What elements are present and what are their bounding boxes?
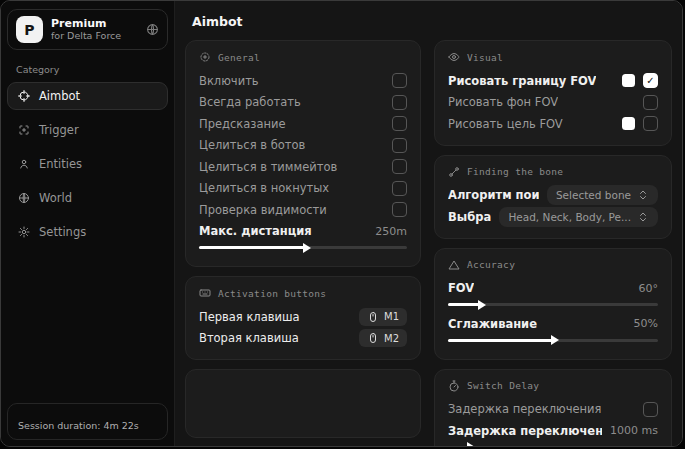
triangle-icon [448, 259, 460, 271]
switch-delay-slider[interactable] [448, 446, 658, 448]
activation-card-title: Activation buttons [218, 288, 326, 299]
slider-fill [448, 303, 480, 306]
visual-controls [622, 116, 658, 131]
setting-row: Задержка переключения [448, 399, 658, 421]
bone-card: Finding the bone Алгоритм поиска кости S… [434, 155, 672, 239]
sidebar-item-label: World [39, 191, 72, 205]
visual-label: Рисовать цель FOV [448, 117, 563, 131]
slider-row: FOV 60° [448, 278, 658, 300]
left-column: General Включить Всегда работать Предска… [185, 40, 421, 438]
setting-row: Включить [199, 70, 407, 92]
slider-fill [448, 339, 553, 342]
keybind-value: M1 [384, 311, 399, 322]
fov-border-color-swatch[interactable] [622, 74, 635, 87]
globe-icon [18, 192, 30, 204]
setting-label: Целиться в нокнутых [199, 181, 329, 195]
max-distance-slider[interactable] [199, 246, 407, 249]
visual-row: Рисовать фон FOV [448, 92, 658, 114]
first-key-button[interactable]: M1 [359, 308, 407, 326]
smoothing-slider[interactable] [448, 339, 658, 342]
setting-label: Всегда работать [199, 95, 301, 109]
session-duration: Session duration: 4m 22s [7, 403, 168, 440]
setting-row: Всегда работать [199, 92, 407, 114]
sidebar-item-trigger[interactable]: Trigger [7, 116, 168, 144]
bone-algorithm-dropdown[interactable]: Selected bone [547, 185, 658, 205]
general-card-title: General [218, 52, 260, 63]
slider-row: Задержка переключения (мс) 1000 ms [448, 420, 658, 442]
setting-row: Макс. дистанция 250m [199, 221, 407, 243]
brand-name: Premium [51, 17, 121, 31]
fov-background-checkbox[interactable] [643, 95, 658, 110]
slider-thumb[interactable] [467, 442, 475, 447]
bone-label: Алгоритм поиска кости [448, 188, 539, 202]
sidebar-item-entities[interactable]: Entities [7, 150, 168, 178]
visual-controls: ✓ [622, 73, 658, 88]
smoothing-label: Сглаживание [448, 317, 537, 331]
language-icon[interactable] [146, 23, 159, 36]
target-teammates-checkbox[interactable] [392, 159, 407, 174]
selected-bones-dropdown[interactable]: Head, Neck, Body, Pe... [499, 207, 658, 227]
bone-row: Алгоритм поиска кости Selected bone [448, 185, 658, 207]
dropdown-value: Selected bone [556, 189, 631, 201]
visual-card-header: Visual [448, 51, 658, 63]
chevrons-up-down-icon [637, 189, 649, 201]
switch-delay-card-title: Switch Delay [467, 380, 539, 391]
brand-header: P Premium for Delta Force [7, 9, 168, 50]
fov-target-checkbox[interactable] [643, 116, 658, 131]
switch-delay-toggle-label: Задержка переключения [448, 402, 601, 416]
bone-card-title: Finding the bone [467, 166, 563, 177]
visual-controls [643, 95, 658, 110]
fov-slider[interactable] [448, 303, 658, 306]
scope-icon [199, 51, 211, 63]
switch-delay-ms-label: Задержка переключения (мс) [448, 424, 602, 438]
bone-icon [448, 166, 460, 178]
keybind-label: Первая клавиша [199, 310, 300, 324]
sidebar-item-aimbot[interactable]: Aimbot [7, 82, 168, 110]
sidebar-item-world[interactable]: World [7, 184, 168, 212]
main-panel: Aimbot General Включить Всегда работать [175, 1, 682, 446]
visibility-check-checkbox[interactable] [392, 202, 407, 217]
gear-icon [18, 226, 30, 238]
setting-row: Целиться в нокнутых [199, 178, 407, 200]
eye-icon [448, 51, 460, 63]
general-card-header: General [199, 51, 407, 63]
empty-card [185, 369, 421, 438]
page-title: Aimbot [175, 1, 682, 40]
slider-thumb[interactable] [551, 335, 559, 345]
second-key-button[interactable]: M2 [359, 329, 407, 347]
target-knocked-checkbox[interactable] [392, 181, 407, 196]
accuracy-card-header: Accuracy [448, 259, 658, 271]
activation-card: Activation buttons Первая клавиша M1 Вто… [185, 276, 421, 360]
always-work-checkbox[interactable] [392, 95, 407, 110]
slider-fill [199, 246, 305, 249]
dropdown-value: Head, Neck, Body, Pe... [508, 211, 631, 223]
visual-card: Visual Рисовать границу FOV ✓ Рисовать ф… [434, 40, 672, 146]
keybind-row: Вторая клавиша M2 [199, 328, 407, 350]
keybind-label: Вторая клавиша [199, 331, 299, 345]
visual-row: Рисовать границу FOV ✓ [448, 70, 658, 92]
slider-row: Сглаживание 50% [448, 313, 658, 335]
slider-thumb[interactable] [478, 300, 486, 310]
mouse-icon [367, 332, 379, 344]
brand-subtitle: for Delta Force [51, 30, 121, 42]
accuracy-card: Accuracy FOV 60° Сглаживание 50% [434, 248, 672, 360]
fov-border-checkbox[interactable]: ✓ [643, 73, 658, 88]
setting-label: Включить [199, 74, 259, 88]
max-distance-value: 250m [375, 225, 407, 238]
keyboard-icon [199, 287, 211, 299]
app-logo: P [16, 16, 43, 43]
fov-target-color-swatch[interactable] [622, 117, 635, 130]
prediction-checkbox[interactable] [392, 116, 407, 131]
switch-delay-checkbox[interactable] [643, 402, 658, 417]
trigger-icon [18, 124, 30, 136]
sidebar-item-settings[interactable]: Settings [7, 218, 168, 246]
enable-checkbox[interactable] [392, 73, 407, 88]
general-card: General Включить Всегда работать Предска… [185, 40, 421, 267]
mouse-icon [367, 311, 379, 323]
keybind-value: M2 [384, 333, 399, 344]
slider-thumb[interactable] [303, 243, 311, 253]
crosshair-icon [18, 90, 30, 102]
visual-card-title: Visual [467, 52, 503, 63]
target-bots-checkbox[interactable] [392, 138, 407, 153]
slider-fill [448, 446, 469, 448]
